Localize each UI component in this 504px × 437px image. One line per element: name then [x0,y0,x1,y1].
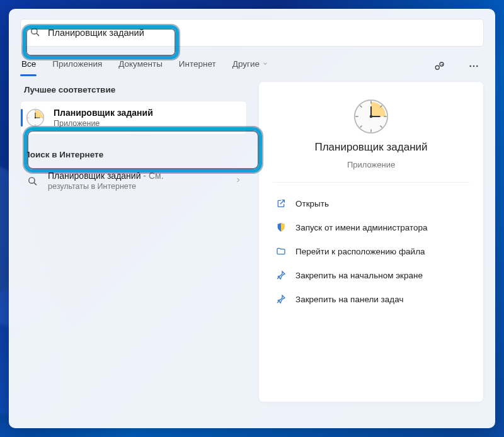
pin-icon [275,270,287,281]
preview-panel: Планировщик заданий Приложение Открыть З… [258,81,484,402]
preview-title: Планировщик заданий [314,141,427,154]
result-title-main: Планировщик заданий [48,171,140,181]
content-area: Лучшее соответствие [9,76,495,414]
svg-line-1 [37,33,39,35]
tab-documents[interactable]: Документы [117,55,164,76]
result-title: Планировщик заданий - См. [48,171,164,181]
svg-line-17 [33,182,36,184]
tab-label: Все [21,59,36,69]
action-label: Закрепить на панели задач [295,295,403,304]
chevron-right-icon [234,175,242,186]
tab-all[interactable]: Все [20,55,37,76]
search-window: Все Приложения Документы Интернет Другие… [9,9,495,428]
searchbar[interactable] [20,19,484,47]
svg-point-30 [370,115,373,118]
chevron-down-icon [262,59,268,69]
action-run-as-admin[interactable]: Запуск от имени администратора [273,217,469,238]
result-subtitle: Приложение [54,119,153,128]
svg-point-0 [32,28,37,33]
tabs-row: Все Приложения Документы Интернет Другие [9,47,495,76]
tab-label: Документы [118,59,163,69]
result-text: Планировщик заданий - См. результаты в И… [48,171,164,191]
open-icon [275,198,287,209]
section-best-match: Лучшее соответствие [20,81,247,101]
result-web-search[interactable]: Планировщик заданий - См. результаты в И… [20,166,247,196]
action-pin-start[interactable]: Закрепить на начальном экране [273,264,469,286]
svg-point-2 [435,65,439,69]
task-scheduler-icon [26,108,45,127]
searchbar-row [9,9,495,47]
preview-header: Планировщик заданий Приложение [273,98,469,183]
tab-internet[interactable]: Интернет [178,55,217,76]
svg-point-5 [473,65,475,67]
svg-point-16 [28,177,34,183]
svg-point-4 [469,65,471,67]
task-scheduler-icon [353,98,389,135]
svg-point-15 [35,117,36,118]
actions-list: Открыть Запуск от имени администратора П… [273,183,469,310]
search-icon [25,174,39,188]
preview-subtitle: Приложение [347,160,395,169]
svg-point-6 [476,65,478,67]
action-label: Перейти к расположению файла [295,247,425,256]
tab-label: Интернет [179,59,216,69]
tab-more[interactable]: Другие [231,55,270,76]
action-open[interactable]: Открыть [273,193,469,214]
action-label: Закрепить на начальном экране [295,271,423,280]
action-label: Открыть [295,199,329,208]
tab-apps[interactable]: Приложения [51,55,103,76]
shield-icon [275,222,287,233]
action-open-file-location[interactable]: Перейти к расположению файла [273,241,469,262]
results-column: Лучшее соответствие [20,81,247,402]
section-web-search: Поиск в Интернете [20,144,247,166]
action-pin-taskbar[interactable]: Закрепить на панели задач [273,288,469,310]
result-best-match[interactable]: Планировщик заданий Приложение [20,101,247,135]
search-options-icon[interactable] [430,56,450,76]
result-text: Планировщик заданий Приложение [54,108,153,128]
result-subtitle: результаты в Интернете [48,182,164,191]
tab-label: Другие [232,59,260,69]
search-icon [30,26,40,40]
result-title: Планировщик заданий [54,108,153,118]
tab-label: Приложения [52,59,102,69]
more-icon[interactable] [464,56,484,76]
result-title-suffix: - См. [140,171,163,181]
action-label: Запуск от имени администратора [295,223,428,232]
pin-icon [275,293,287,305]
folder-icon [275,246,287,257]
search-input[interactable] [48,28,474,38]
